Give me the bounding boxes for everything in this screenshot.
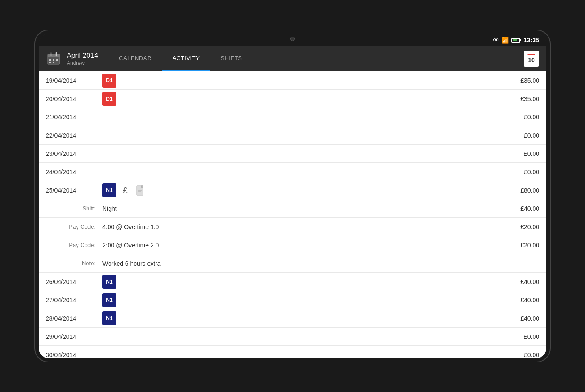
table-row[interactable]: 21/04/2014£0.00: [39, 108, 546, 126]
detail-label: Note:: [46, 260, 102, 267]
row-badges: N1: [102, 275, 504, 289]
tab-calendar[interactable]: CALENDAR: [109, 46, 162, 71]
table-row[interactable]: 25/04/2014N1£ £80.00: [39, 181, 546, 199]
app-calendar-icon: [46, 51, 61, 67]
detail-value: Worked 6 hours extra: [102, 260, 539, 267]
detail-label: Pay Code:: [46, 223, 102, 230]
row-date: 24/04/2014: [46, 169, 102, 176]
row-amount: £35.00: [504, 95, 539, 102]
detail-row: Pay Code:4:00 @ Overtime 1.0£20.00: [39, 218, 546, 236]
row-date: 23/04/2014: [46, 150, 102, 157]
row-badges: D1: [102, 74, 504, 88]
app-content: April 2014 Andrew CALENDAR ACTIVITY SHIF…: [39, 46, 546, 358]
table-row[interactable]: 19/04/2014D1£35.00: [39, 71, 546, 90]
row-amount: £0.00: [504, 150, 539, 157]
detail-label: Pay Code:: [46, 242, 102, 248]
row-badges: N1: [102, 293, 504, 307]
badge-d1: D1: [102, 74, 116, 88]
badge-n1: N1: [102, 275, 116, 289]
detail-label: Shift:: [46, 205, 102, 212]
svg-rect-1: [48, 54, 60, 57]
row-date: 28/04/2014: [46, 315, 102, 322]
svg-rect-10: [141, 186, 143, 187]
table-row[interactable]: 23/04/2014£0.00: [39, 145, 546, 163]
table-row[interactable]: 29/04/2014£0.00: [39, 328, 546, 346]
table-row[interactable]: 26/04/2014N1£40.00: [39, 273, 546, 291]
svg-rect-6: [56, 59, 58, 61]
row-date: 25/04/2014: [46, 187, 102, 194]
tablet-frame: 👁 📶 13:35: [35, 30, 550, 362]
tab-activity[interactable]: ACTIVITY: [162, 46, 211, 71]
camera: [290, 37, 295, 41]
detail-amount: £20.00: [504, 223, 539, 230]
row-amount: £40.00: [504, 278, 539, 285]
today-button[interactable]: ▬▬ 10: [524, 51, 539, 67]
header-left: April 2014 Andrew: [39, 46, 109, 71]
row-amount: £35.00: [504, 77, 539, 84]
row-amount: £80.00: [504, 187, 539, 194]
activity-list: 19/04/2014D1£35.0020/04/2014D1£35.0021/0…: [39, 71, 546, 358]
table-row[interactable]: 27/04/2014N1£40.00: [39, 291, 546, 309]
detail-row: Shift:Night£40.00: [39, 199, 546, 218]
row-date: 19/04/2014: [46, 77, 102, 84]
badge-d1: D1: [102, 92, 116, 106]
detail-value: 2:00 @ Overtime 2.0: [102, 242, 504, 249]
eye-icon: 👁: [493, 37, 499, 44]
row-date: 27/04/2014: [46, 297, 102, 304]
row-date: 21/04/2014: [46, 114, 102, 121]
header-user: Andrew: [67, 60, 98, 66]
row-date: 22/04/2014: [46, 132, 102, 139]
row-amount: £0.00: [504, 132, 539, 139]
badge-n1: N1: [102, 293, 116, 307]
badge-n1: N1: [102, 183, 116, 197]
table-row[interactable]: 30/04/2014£0.00: [39, 346, 546, 358]
header-right: ▬▬ 10: [517, 46, 546, 71]
calendar-today-number: 10: [528, 57, 535, 64]
row-badges: D1: [102, 92, 504, 106]
row-date: 20/04/2014: [46, 95, 102, 102]
tab-shifts[interactable]: SHIFTS: [210, 46, 252, 71]
document-icon: [134, 183, 148, 197]
header-month: April 2014: [67, 51, 98, 60]
row-amount: £0.00: [504, 114, 539, 121]
row-date: 30/04/2014: [46, 351, 102, 358]
status-time: 13:35: [524, 37, 539, 44]
detail-row: Note:Worked 6 hours extra: [39, 254, 546, 273]
pound-icon: £: [118, 183, 132, 197]
svg-rect-8: [53, 62, 54, 63]
detail-value: Night: [102, 205, 504, 212]
wifi-icon: 📶: [502, 37, 509, 44]
row-amount: £0.00: [504, 333, 539, 340]
detail-amount: £20.00: [504, 242, 539, 249]
table-row[interactable]: 28/04/2014N1£40.00: [39, 309, 546, 328]
detail-amount: £40.00: [504, 205, 539, 212]
table-row[interactable]: 20/04/2014D1£35.00: [39, 90, 546, 108]
row-amount: £40.00: [504, 297, 539, 304]
app-header: April 2014 Andrew CALENDAR ACTIVITY SHIF…: [39, 46, 546, 71]
nav-tabs: CALENDAR ACTIVITY SHIFTS: [109, 46, 517, 71]
calendar-month-label: ▬▬: [528, 52, 535, 56]
svg-rect-4: [49, 59, 51, 61]
row-date: 26/04/2014: [46, 278, 102, 285]
detail-section: Shift:Night£40.00Pay Code:4:00 @ Overtim…: [39, 199, 546, 273]
detail-value: 4:00 @ Overtime 1.0: [102, 223, 504, 230]
row-date: 29/04/2014: [46, 333, 102, 340]
battery-icon: [511, 38, 520, 43]
svg-rect-7: [49, 62, 51, 63]
table-row[interactable]: 24/04/2014£0.00: [39, 163, 546, 181]
row-amount: £0.00: [504, 351, 539, 358]
row-badges: N1: [102, 311, 504, 325]
row-amount: £0.00: [504, 169, 539, 176]
svg-rect-5: [53, 59, 54, 61]
row-badges: N1£: [102, 183, 504, 197]
table-row[interactable]: 22/04/2014£0.00: [39, 126, 546, 145]
badge-n1: N1: [102, 311, 116, 325]
status-icons: 👁 📶: [493, 37, 520, 44]
detail-row: Pay Code:2:00 @ Overtime 2.0£20.00: [39, 236, 546, 254]
row-amount: £40.00: [504, 315, 539, 322]
header-title-group: April 2014 Andrew: [67, 51, 98, 66]
